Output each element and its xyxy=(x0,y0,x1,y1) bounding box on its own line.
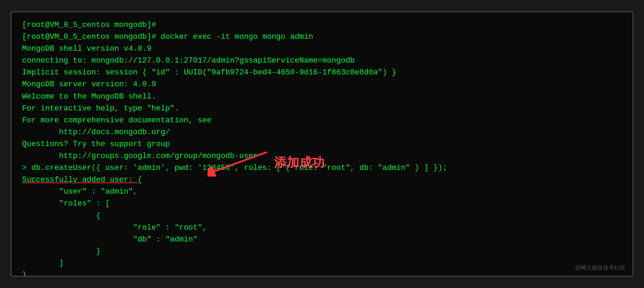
annotation-label: 添加成功 xyxy=(274,153,324,172)
terminal-line: [root@VM_0_5_centos mongodb]# xyxy=(22,19,622,31)
terminal-line: } xyxy=(22,246,622,258)
terminal-content[interactable]: [root@VM_0_5_centos mongodb]# [root@VM_0… xyxy=(12,12,632,277)
terminal-line: http://docs.mongodb.org/ xyxy=(22,127,622,138)
terminal-line: "role" : "root", xyxy=(22,222,622,234)
terminal-line: For interactive help, type "help". xyxy=(22,103,622,115)
terminal-line: MongoDB shell version v4.0.9 xyxy=(22,43,622,55)
terminal-line: "user" : "admin", xyxy=(22,186,622,198)
terminal-line: Implicit session: session { "id" : UUID(… xyxy=(22,67,622,79)
terminal-line: "db" : "admin" xyxy=(22,234,622,246)
annotation-container: 添加成功 xyxy=(208,149,324,177)
terminal-line: For more comprehensive documentation, se… xyxy=(22,115,622,127)
terminal-line: } xyxy=(22,269,622,277)
annotation-arrow xyxy=(208,149,271,177)
terminal-line: "roles" : [ xyxy=(22,198,622,210)
terminal-line: MongoDB server version: 4.0.9 xyxy=(22,79,622,91)
terminal-line: connecting to: mongodb://127.0.0.1:27017… xyxy=(22,55,622,67)
svg-line-1 xyxy=(215,152,267,171)
terminal-line: Welcome to the MongoDB shell. xyxy=(22,91,622,103)
terminal-line: { xyxy=(22,210,622,222)
terminal-line: ] xyxy=(22,258,622,269)
watermark: @稀土掘金技术社区 xyxy=(575,264,625,272)
terminal-window: [root@VM_0_5_centos mongodb]# [root@VM_0… xyxy=(10,11,634,277)
terminal-line: [root@VM_0_5_centos mongodb]# docker exe… xyxy=(22,31,622,43)
